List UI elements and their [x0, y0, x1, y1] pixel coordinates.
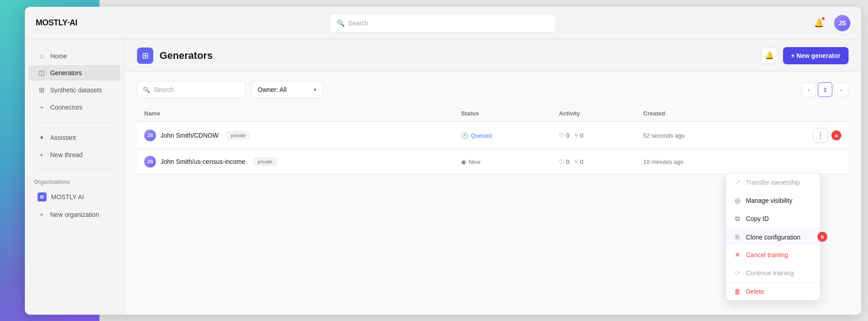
dropdown-item-label: Cancel training	[746, 251, 788, 259]
likes-count: ♡ 0	[559, 132, 569, 139]
badge-a: a	[831, 130, 841, 140]
sidebar-item-home[interactable]: ⌂ Home	[28, 48, 120, 63]
table-row: JS John Smith/us-census-income private ◉…	[137, 149, 849, 174]
org-badge-mostly-ai: M	[38, 192, 47, 201]
private-badge: private	[254, 158, 277, 166]
dropdown-item-label: Clone configuration	[746, 234, 801, 241]
owner-filter-label: Owner: All	[258, 86, 287, 93]
sidebar-item-assistant[interactable]: ✦ Assistant	[28, 130, 120, 145]
sidebar-item-label: Generators	[50, 69, 82, 77]
prev-page-button[interactable]: ‹	[802, 82, 816, 97]
heart-icon: ♡	[559, 132, 564, 139]
forks-count: ⑂ 0	[575, 158, 583, 165]
dropdown-item-delete[interactable]: 🗑 Delete	[726, 283, 820, 300]
table-controls: 🔍 Search Owner: All ▾ ‹ 1 ›	[137, 81, 849, 98]
created-time: 10 minutes ago	[643, 158, 684, 165]
app-logo: MOSTLY·AI	[36, 18, 77, 28]
page-title: Generators	[160, 50, 212, 62]
sidebar-item-mostly-ai[interactable]: M MOSTLY AI	[28, 189, 120, 205]
app-header: MOSTLY·AI 🔍 Search 🔔 JS	[25, 7, 861, 39]
table-search-bar[interactable]: 🔍 Search	[137, 81, 245, 98]
add-org-icon: +	[38, 211, 46, 218]
dropdown-item-copy-id[interactable]: ⧉ Copy ID	[726, 210, 820, 228]
page-icon: ⊞	[137, 48, 153, 64]
sidebar-item-new-organization[interactable]: + New organization	[28, 207, 120, 222]
row-avatar: JS	[144, 156, 156, 168]
sidebar-item-label: Assistant	[50, 134, 76, 141]
main-content: ⊞ Generators 🔔 + New generator 🔍 Search	[124, 39, 861, 315]
copy-icon: ⧉	[733, 215, 741, 223]
activity-cell: ♡ 0 ⑂ 0	[559, 158, 629, 165]
fork-icon: ⑂	[575, 158, 578, 165]
plus-icon: +	[38, 151, 46, 158]
likes-count: ♡ 0	[559, 158, 569, 165]
dropdown-item-clone-configuration[interactable]: ⎘ Clone configuration	[726, 228, 820, 246]
row-generator-name[interactable]: John Smith/CDNOW	[160, 132, 218, 139]
table-row: JS John Smith/CDNOW private 🕐 Queued	[137, 122, 849, 149]
generators-table: Name Status Activity Created	[137, 105, 849, 174]
page-header: ⊞ Generators 🔔 + New generator	[124, 39, 861, 72]
sidebar-item-connectors[interactable]: ⌁ Connectors	[28, 100, 120, 115]
col-header-activity: Activity	[552, 105, 636, 122]
dropdown-item-label: Manage visibility	[746, 197, 793, 204]
row-generator-name[interactable]: John Smith/us-census-income	[160, 158, 245, 165]
chevron-down-icon: ▾	[314, 86, 316, 93]
sidebar-item-label: Connectors	[50, 104, 83, 111]
continue-icon: ⟳	[733, 269, 741, 277]
sidebar-section-organizations: Organizations	[25, 177, 124, 187]
status-queued: 🕐 Queued	[461, 132, 492, 139]
delete-icon: 🗑	[733, 287, 741, 295]
search-icon: 🔍	[337, 19, 344, 27]
sidebar-divider	[34, 122, 115, 123]
global-search-bar[interactable]: 🔍 Search	[330, 14, 556, 33]
context-dropdown-menu: ↗ Transfer ownership ◎ Manage visibility…	[726, 173, 821, 301]
notification-badge	[821, 17, 825, 20]
row-actions-cell: ⋮ a	[764, 128, 841, 143]
dropdown-item-label: Continue training	[746, 269, 794, 277]
dropdown-item-label: Transfer ownership	[746, 179, 800, 186]
page-header-actions: 🔔 + New generator	[761, 47, 849, 64]
sidebar-item-new-thread[interactable]: + New thread	[28, 147, 120, 162]
dropdown-item-manage-visibility[interactable]: ◎ Manage visibility	[726, 192, 820, 210]
sidebar-item-label: New organization	[50, 211, 99, 218]
dropdown-item-cancel-training[interactable]: ✕ Cancel training	[726, 246, 820, 264]
header-right-actions: 🔔 JS	[811, 15, 850, 31]
assistant-icon: ✦	[38, 134, 46, 142]
synthetic-datasets-icon: ⊞	[38, 86, 46, 94]
forks-count: ⑂ 0	[575, 132, 583, 139]
transfer-icon: ↗	[733, 178, 741, 187]
visibility-icon: ◎	[733, 196, 741, 205]
dropdown-item-continue-training[interactable]: ⟳ Continue training	[726, 264, 820, 282]
content-area: ⌂ Home ◫ Generators ⊞ Synthetic datasets…	[25, 39, 861, 315]
sidebar-item-label: New thread	[50, 151, 83, 158]
generators-icon: ◫	[38, 69, 46, 77]
notification-bell-btn[interactable]: 🔔	[761, 48, 778, 64]
page-1-button[interactable]: 1	[818, 82, 832, 97]
eye-icon: ◉	[461, 158, 466, 165]
row-name-cell: JS John Smith/us-census-income private	[144, 156, 447, 168]
sidebar-item-generators[interactable]: ◫ Generators	[28, 65, 120, 81]
notification-button[interactable]: 🔔	[811, 15, 827, 31]
row-context-menu-button[interactable]: ⋮	[813, 128, 828, 143]
avatar[interactable]: JS	[834, 15, 850, 31]
dropdown-item-label: Delete	[746, 288, 764, 295]
private-badge: private	[226, 131, 250, 139]
row-name-cell: JS John Smith/CDNOW private	[144, 129, 447, 141]
new-generator-label: + New generator	[791, 52, 840, 59]
dropdown-item-transfer-ownership[interactable]: ↗ Transfer ownership	[726, 173, 820, 192]
next-page-button[interactable]: ›	[834, 82, 849, 97]
heart-icon: ♡	[559, 158, 564, 165]
sidebar-item-synthetic-datasets[interactable]: ⊞ Synthetic datasets	[28, 82, 120, 98]
table-search-placeholder: Search	[154, 86, 174, 93]
badge-b: b	[817, 232, 827, 242]
app-window: MOSTLY·AI 🔍 Search 🔔 JS ⌂ Home ◫	[25, 7, 861, 315]
activity-cell: ♡ 0 ⑂ 0	[559, 132, 629, 139]
row-avatar: JS	[144, 129, 156, 141]
new-generator-button[interactable]: + New generator	[783, 47, 849, 64]
home-icon: ⌂	[38, 52, 46, 60]
owner-filter-dropdown[interactable]: Owner: All ▾	[251, 81, 323, 98]
fork-icon: ⑂	[575, 132, 578, 139]
col-header-created: Created	[636, 105, 757, 122]
connectors-icon: ⌁	[38, 103, 46, 111]
col-header-status: Status	[454, 105, 552, 122]
